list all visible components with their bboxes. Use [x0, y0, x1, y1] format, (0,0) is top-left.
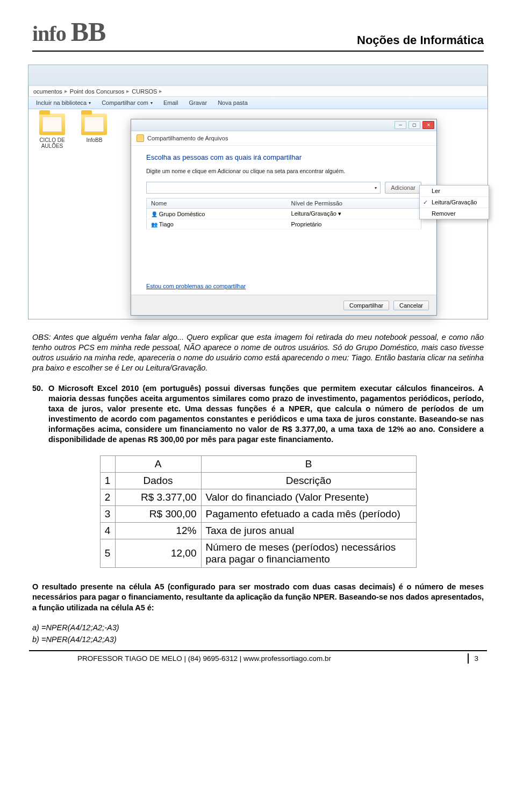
- dialog-titlebar: ─ ▢ ✕: [131, 119, 436, 131]
- page-number: 3: [468, 653, 484, 664]
- folder-icon: [39, 113, 65, 135]
- cell-perm: Proprietário: [287, 219, 421, 230]
- dialog-heading: Escolha as pessoas com as quais irá comp…: [146, 153, 421, 161]
- cell: Taxa de juros anual: [201, 523, 416, 539]
- cell: 12,00: [115, 539, 201, 568]
- excel-table: A B 1 Dados Descrição 2 R$ 3.377,00 Valo…: [100, 455, 417, 568]
- question-50: 50. O Microsoft Excel 2010 (em português…: [32, 383, 484, 445]
- toolbar-newfolder[interactable]: Nova pasta: [218, 99, 248, 106]
- toolbar-include[interactable]: Incluir na biblioteca ▾: [36, 99, 91, 106]
- window-titlebar-blur: [28, 65, 488, 86]
- option-a: a) =NPER(A4/12;A2;-A3): [32, 622, 484, 633]
- breadcrumb[interactable]: ocumentos▸ Point dos Concursos▸ CURSOS▸: [28, 86, 488, 97]
- add-button[interactable]: Adicionar: [385, 182, 421, 194]
- menu-item-readwrite[interactable]: Leitura/Gravação: [420, 196, 489, 208]
- dialog-title: Compartilhamento de Arquivos: [147, 135, 228, 141]
- dialog-hint: Digite um nome e clique em Adicionar ou …: [146, 168, 421, 174]
- explorer-body: CICLO DE AULÕES InfoBB ─ ▢ ✕ Compartilha…: [28, 109, 488, 319]
- toolbar-email[interactable]: Email: [163, 99, 178, 106]
- page-header: info BB Noções de Informática: [32, 16, 484, 47]
- breadcrumb-part[interactable]: Point dos Concursos: [70, 88, 125, 95]
- name-combobox[interactable]: ▾: [146, 182, 381, 194]
- cell: Descrição: [201, 473, 416, 489]
- header-corner: [100, 456, 115, 473]
- permission-context-menu: Ler Leitura/Gravação Remover: [419, 185, 489, 219]
- page-footer: PROFESSOR TIAGO DE MELO | (84) 9695-6312…: [29, 650, 487, 664]
- folder-label: InfoBB: [86, 137, 102, 143]
- toolbar-burn[interactable]: Gravar: [189, 99, 207, 106]
- result-text: O resultado presente na célula A5 (confi…: [32, 582, 484, 612]
- col-perm[interactable]: Nível de Permissão: [287, 198, 421, 209]
- divider: [32, 51, 484, 52]
- minimize-button[interactable]: ─: [395, 121, 406, 129]
- help-link[interactable]: Estou com problemas ao compartilhar: [146, 283, 246, 289]
- share-icon: [137, 134, 144, 142]
- cell: 12%: [115, 523, 201, 539]
- cancel-button[interactable]: Cancelar: [393, 301, 429, 310]
- explorer-toolbar: Incluir na biblioteca ▾ Compartilhar com…: [28, 97, 488, 109]
- cell: Valor do financiado (Valor Presente): [201, 489, 416, 506]
- question-text: O Microsoft Excel 2010 (em português) po…: [48, 383, 484, 445]
- cell: R$ 3.377,00: [115, 489, 201, 506]
- row-head: 4: [100, 523, 115, 539]
- header-col-a: A: [115, 456, 201, 473]
- table-row[interactable]: Grupo Doméstico Leitura/Gravação ▾: [147, 209, 421, 219]
- folder-label: CICLO DE AULÕES: [34, 137, 70, 149]
- toolbar-share[interactable]: Compartilhar com ▾: [102, 99, 153, 106]
- cell-name: Tiago: [147, 219, 287, 230]
- dialog-body: Escolha as pessoas com as quais irá comp…: [131, 146, 436, 235]
- cell: Dados: [115, 473, 201, 489]
- row-head: 1: [100, 473, 115, 489]
- menu-item-remove[interactable]: Remover: [420, 208, 489, 219]
- permissions-table: Nome Nível de Permissão Grupo Doméstico …: [146, 198, 421, 230]
- close-button[interactable]: ✕: [422, 121, 434, 129]
- footer-text: PROFESSOR TIAGO DE MELO | (84) 9695-6312…: [29, 654, 331, 663]
- table-row[interactable]: Tiago Proprietário: [147, 219, 421, 230]
- cell-name: Grupo Doméstico: [147, 209, 287, 219]
- folder-item[interactable]: CICLO DE AULÕES: [34, 113, 70, 149]
- answer-options: a) =NPER(A4/12;A2;-A3) b) =NPER(A4/12;A2…: [32, 622, 484, 646]
- menu-item-read[interactable]: Ler: [420, 186, 489, 196]
- row-head: 2: [100, 489, 115, 506]
- chevron-down-icon: ▾: [375, 186, 377, 190]
- folder-item[interactable]: InfoBB: [76, 113, 112, 143]
- maximize-button[interactable]: ▢: [408, 121, 420, 129]
- share-button[interactable]: Compartilhar: [343, 301, 389, 310]
- screenshot-explorer: ocumentos▸ Point dos Concursos▸ CURSOS▸ …: [28, 65, 488, 319]
- dialog-caption: Compartilhamento de Arquivos: [131, 131, 436, 146]
- option-b: b) =NPER(A4/12;A2;A3): [32, 633, 484, 645]
- row-head: 3: [100, 506, 115, 523]
- row-head: 5: [100, 539, 115, 568]
- dialog-footer: Compartilhar Cancelar: [131, 295, 436, 315]
- header-col-b: B: [201, 456, 416, 473]
- col-name[interactable]: Nome: [147, 198, 287, 209]
- folder-icon: [81, 113, 107, 135]
- breadcrumb-part[interactable]: CURSOS: [132, 88, 157, 95]
- cell-perm[interactable]: Leitura/Gravação ▾: [287, 209, 421, 219]
- cell: R$ 300,00: [115, 506, 201, 523]
- question-number: 50.: [32, 383, 48, 445]
- logo: info BB: [32, 16, 105, 47]
- cell: Número de meses (períodos) necessários p…: [201, 539, 416, 568]
- share-dialog: ─ ▢ ✕ Compartilhamento de Arquivos Escol…: [131, 119, 437, 316]
- cell: Pagamento efetuado a cada mês (período): [201, 506, 416, 523]
- observation-text: OBS: Antes que alguém venha falar algo..…: [32, 332, 484, 374]
- breadcrumb-part[interactable]: ocumentos: [33, 88, 62, 95]
- page-title: Noções de Informática: [357, 33, 484, 47]
